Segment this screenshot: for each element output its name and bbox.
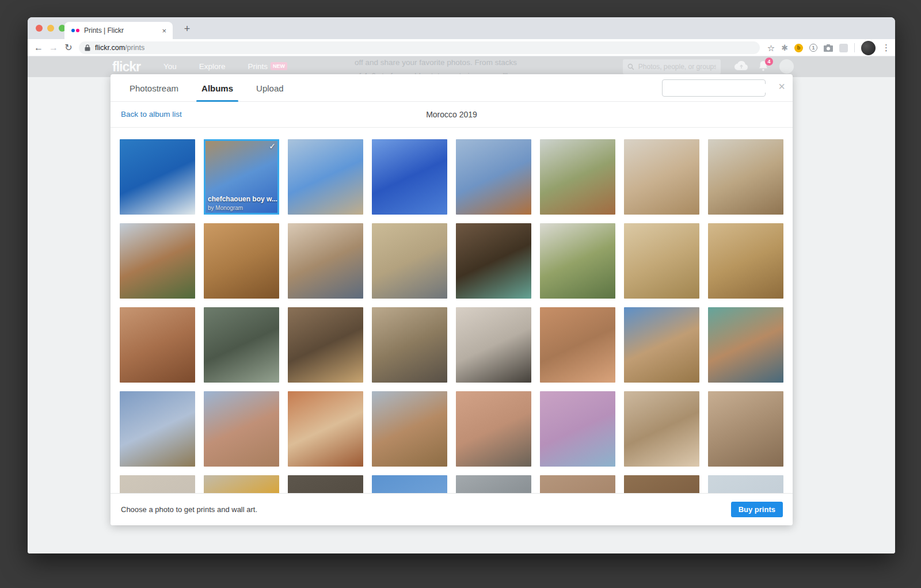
photo-thumbnail-chair-by-pink-wall[interactable]	[456, 391, 531, 467]
modal-search-input[interactable]	[671, 84, 772, 93]
search-icon	[627, 63, 634, 70]
tab-upload[interactable]: Upload	[256, 74, 284, 102]
gray-extension-icon[interactable]	[839, 44, 848, 52]
browser-tab[interactable]: Prints | Flickr ×	[64, 22, 173, 39]
selected-photo-caption: chefchaouen boy w...	[208, 195, 277, 203]
photo-thumbnail-blue-arched-door[interactable]	[288, 139, 363, 215]
browser-toolbar: ← → ↻ flickr.com/prints ☆ ✱ b 1 ⋮	[28, 39, 895, 56]
photo-thumbnail-hazy-pale-sky[interactable]	[708, 475, 783, 493]
upload-cloud-icon[interactable]	[734, 60, 748, 71]
photo-thumbnail-lane-with-lamp[interactable]	[540, 475, 615, 493]
back-button[interactable]: ←	[31, 43, 46, 53]
photo-thumbnail-smoky-market-lane[interactable]	[372, 307, 447, 383]
photo-thumbnail-dark-stall-shelf[interactable]	[288, 475, 363, 493]
window-controls[interactable]	[36, 25, 66, 32]
photo-thumbnail-mountain-oasis[interactable]	[120, 223, 195, 299]
photo-thumbnail-scooter-graffiti-wall[interactable]	[708, 307, 783, 383]
url-path: /prints	[125, 44, 144, 52]
address-bar[interactable]: flickr.com/prints	[79, 41, 760, 54]
tab-photostream[interactable]: Photostream	[130, 74, 178, 102]
modal-tabs: Photostream Albums Upload	[130, 74, 284, 102]
photo-thumbnail-souk-street-people[interactable]	[288, 307, 363, 383]
photo-thumbnail-riad-facade[interactable]	[456, 223, 531, 299]
camera-extension-icon[interactable]	[824, 44, 833, 52]
yellow-extension-icon[interactable]: b	[794, 44, 803, 52]
tab-title: Prints | Flickr	[84, 26, 160, 35]
photo-thumbnail-ruined-courtyard[interactable]	[624, 307, 699, 383]
photo-thumbnail-brown-wood-texture[interactable]	[624, 475, 699, 493]
new-tab-button[interactable]: +	[180, 23, 195, 35]
notification-count-badge: 4	[765, 58, 773, 66]
reload-button[interactable]: ↻	[61, 42, 76, 53]
photo-thumbnail-couple-walking-street[interactable]	[120, 391, 195, 467]
lock-icon	[85, 44, 90, 51]
url-host: flickr.com	[95, 44, 125, 52]
print-photo-picker-modal: Photostream Albums Upload × Back to albu…	[111, 74, 793, 525]
photo-thumbnail-temple-entrance[interactable]	[624, 223, 699, 299]
photo-thumbnail-chefchaouen-boy-alley[interactable]: ✓chefchaouen boy w...by Monogram	[204, 139, 279, 215]
modal-footer: Choose a photo to get prints and wall ar…	[111, 493, 793, 525]
browser-profile-avatar[interactable]	[861, 41, 876, 55]
photo-thumbnail-pink-street-shops[interactable]	[540, 307, 615, 383]
photo-thumbnail-blue-door-tiled-wall[interactable]	[120, 139, 195, 215]
photo-thumbnail-wrought-iron-railing[interactable]	[456, 475, 531, 493]
photo-thumbnail-palm-tree-valley[interactable]	[540, 223, 615, 299]
modal-header: Photostream Albums Upload ×	[111, 74, 793, 102]
new-badge: NEW	[271, 62, 287, 70]
selected-check-icon: ✓	[269, 142, 276, 151]
photo-thumbnail-wooden-door-pink-wall[interactable]	[120, 307, 195, 383]
photo-thumbnail-plain-beige-wall[interactable]	[120, 475, 195, 493]
buy-prints-button[interactable]: Buy prints	[731, 502, 783, 517]
photo-thumbnail-painted-arches-cart[interactable]	[288, 391, 363, 467]
album-bar: Back to album list Morocco 2019	[111, 102, 793, 128]
photo-thumbnail-city-panorama[interactable]	[708, 139, 783, 215]
flickr-page: flickr You Explore PrintsNEW Photos, peo…	[28, 56, 895, 553]
photo-thumbnail-shopping-street-walk[interactable]	[624, 391, 699, 467]
nav-item-prints[interactable]: PrintsNEW	[248, 62, 288, 71]
photo-thumbnail-blue-stairs-pot[interactable]	[372, 139, 447, 215]
nav-item-explore[interactable]: Explore	[199, 62, 226, 71]
photo-thumbnail-antiques-stall[interactable]	[204, 307, 279, 383]
snowflake-extension-icon[interactable]: ✱	[781, 44, 788, 52]
nav-item-you[interactable]: You	[163, 62, 177, 71]
photo-thumbnail-graffiti-wall-corner[interactable]	[372, 391, 447, 467]
footer-instruction: Choose a photo to get prints and wall ar…	[121, 505, 257, 514]
photo-thumbnail-temple-courtyard[interactable]	[708, 223, 783, 299]
tab-close-icon[interactable]: ×	[160, 26, 168, 35]
tab-albums[interactable]: Albums	[201, 74, 233, 102]
toolbar-divider	[854, 43, 855, 52]
photo-thumbnail-desert-haze-truck[interactable]	[624, 139, 699, 215]
flickr-search-box[interactable]: Photos, people, or groups	[623, 59, 721, 74]
photo-grid-viewport[interactable]: ✓chefchaouen boy w...by Monogram	[111, 128, 793, 493]
selected-photo-byline: by Monogram	[208, 205, 243, 211]
flickr-search-placeholder: Photos, people, or groups	[638, 63, 716, 71]
photo-thumbnail-checkerboard-floor[interactable]	[456, 307, 531, 383]
close-window-button[interactable]	[36, 25, 43, 32]
browser-window: Prints | Flickr × + ← → ↻ flickr.com/pri…	[28, 17, 895, 553]
minimize-window-button[interactable]	[47, 25, 54, 32]
browser-menu-icon[interactable]: ⋮	[882, 43, 890, 53]
photo-thumbnail-rooftop-laundry[interactable]	[456, 139, 531, 215]
bookmark-star-icon[interactable]: ☆	[767, 44, 775, 52]
photo-thumbnail-cart-in-alley[interactable]	[204, 223, 279, 299]
photo-thumbnail-plaza-pink-building[interactable]	[204, 391, 279, 467]
forward-button[interactable]: →	[46, 43, 61, 53]
toolbar-icons: ☆ ✱ b 1 ⋮	[767, 39, 890, 56]
photo-thumbnail-clear-blue-sky[interactable]	[372, 475, 447, 493]
flickr-favicon-icon	[71, 29, 79, 32]
photo-grid: ✓chefchaouen boy w...by Monogram	[120, 139, 783, 493]
photo-thumbnail-weathered-door-wall[interactable]	[708, 391, 783, 467]
modal-search-field[interactable]	[662, 79, 766, 97]
circle-extension-icon[interactable]: 1	[809, 44, 817, 52]
flickr-nav: You Explore PrintsNEW	[163, 62, 287, 71]
photo-thumbnail-pink-blue-mattress[interactable]	[540, 391, 615, 467]
photo-thumbnail-bicycle-against-wall[interactable]	[372, 223, 447, 299]
browser-tab-bar: Prints | Flickr × +	[28, 17, 895, 39]
photo-thumbnail-market-crowd[interactable]	[288, 223, 363, 299]
album-title: Morocco 2019	[111, 110, 793, 119]
flickr-user-avatar[interactable]	[779, 59, 794, 74]
flickr-logo[interactable]: flickr	[112, 59, 140, 75]
photo-thumbnail-valley-town[interactable]	[540, 139, 615, 215]
modal-close-icon[interactable]: ×	[778, 81, 785, 92]
photo-thumbnail-brooms-and-poles[interactable]	[204, 475, 279, 493]
